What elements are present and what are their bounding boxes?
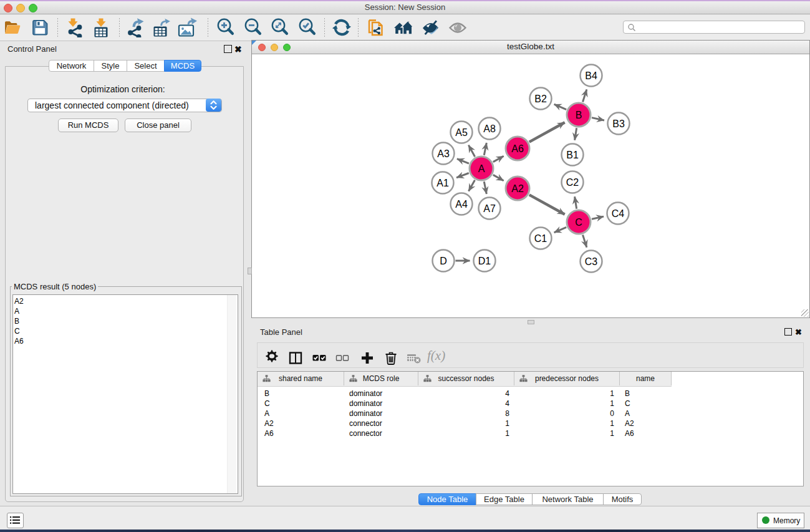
svg-text:C3: C3 bbox=[585, 256, 598, 267]
svg-text:A8: A8 bbox=[483, 123, 496, 134]
svg-text:D1: D1 bbox=[478, 256, 491, 266]
svg-text:A1: A1 bbox=[436, 178, 449, 188]
svg-text:C2: C2 bbox=[566, 177, 579, 188]
svg-text:A2: A2 bbox=[511, 183, 524, 194]
svg-text:A3: A3 bbox=[437, 148, 450, 159]
svg-text:A4: A4 bbox=[455, 199, 468, 210]
svg-text:A7: A7 bbox=[483, 203, 496, 214]
svg-text:B4: B4 bbox=[585, 70, 597, 81]
svg-text:A6: A6 bbox=[511, 143, 524, 154]
svg-text:A5: A5 bbox=[455, 127, 468, 138]
svg-text:D: D bbox=[440, 256, 447, 266]
svg-text:B2: B2 bbox=[534, 94, 547, 104]
svg-text:C: C bbox=[575, 217, 582, 228]
svg-text:B: B bbox=[576, 110, 582, 120]
svg-text:B1: B1 bbox=[566, 150, 579, 160]
svg-text:C1: C1 bbox=[534, 233, 547, 244]
svg-text:A: A bbox=[478, 163, 485, 174]
svg-text:C4: C4 bbox=[612, 208, 625, 219]
svg-text:B3: B3 bbox=[612, 118, 625, 129]
